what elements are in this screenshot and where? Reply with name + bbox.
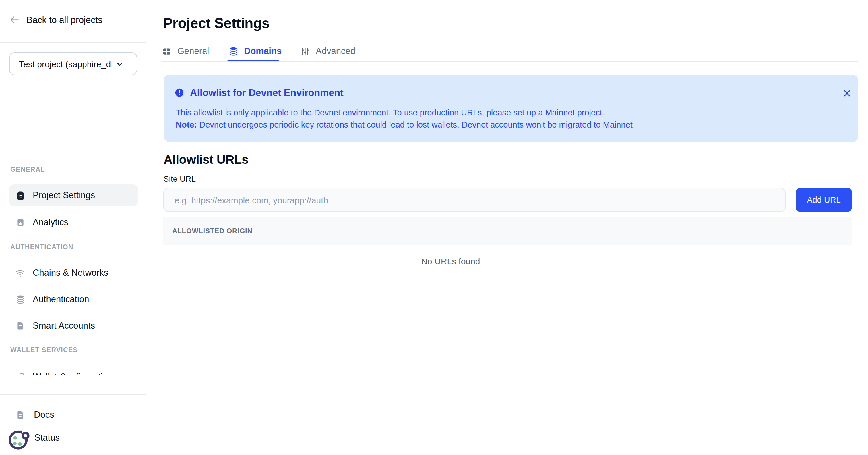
- sidebar-item-label: Wallet Configuration: [33, 372, 113, 375]
- sidebar: Back to all projects Test project (sapph…: [0, 0, 146, 455]
- sidebar-item-chains-networks[interactable]: Chains & Networks: [9, 262, 138, 284]
- banner-text-line2: Note: Devnet undergoes periodic key rota…: [176, 120, 632, 129]
- allowlisted-origin-column-header: ALLOWLISTED ORIGIN: [172, 227, 253, 235]
- active-tab-underline: [227, 60, 279, 61]
- site-url-label: Site URL: [164, 174, 196, 183]
- bar-chart-icon: [15, 217, 25, 227]
- grid-icon: [162, 46, 172, 56]
- sidebar-item-label: Authentication: [33, 294, 89, 305]
- back-link[interactable]: Back to all projects: [9, 15, 102, 25]
- chevron-down-icon: [115, 59, 124, 68]
- tab-label: General: [177, 46, 209, 56]
- allowlist-urls-heading: Allowlist URLs: [164, 153, 248, 167]
- section-label-general: GENERAL: [10, 166, 45, 173]
- gear-wallet-icon: [15, 372, 25, 375]
- add-url-button[interactable]: Add URL: [796, 188, 852, 212]
- site-url-input[interactable]: [163, 188, 786, 212]
- sidebar-footer-divider: [0, 394, 146, 395]
- tab-domains[interactable]: Domains: [228, 46, 282, 56]
- tab-label: Domains: [244, 46, 282, 56]
- banner-note-label: Note:: [176, 120, 197, 129]
- banner-text-line1: This allowlist is only applicable to the…: [176, 108, 604, 117]
- back-link-label: Back to all projects: [26, 15, 102, 25]
- sidebar-item-docs[interactable]: Docs: [9, 404, 138, 426]
- sidebar-item-label: Status: [34, 433, 60, 443]
- sidebar-item-label: Docs: [34, 409, 54, 420]
- arrow-left-icon: [9, 15, 20, 25]
- sidebar-item-smart-accounts[interactable]: Smart Accounts: [9, 315, 138, 337]
- close-icon[interactable]: [843, 89, 851, 98]
- sidebar-item-label: Smart Accounts: [33, 320, 95, 331]
- sidebar-item-wallet-configuration[interactable]: Wallet Configuration: [9, 366, 138, 375]
- database-icon: [228, 46, 238, 56]
- tab-advanced[interactable]: Advanced: [300, 46, 355, 56]
- tab-general[interactable]: General: [162, 46, 209, 56]
- sidebar-item-label: Analytics: [33, 217, 68, 227]
- document-icon: [15, 409, 25, 420]
- banner-title: Allowlist for Devnet Environment: [190, 87, 344, 99]
- sidebar-item-label: Chains & Networks: [33, 268, 108, 278]
- clipboard-icon: [15, 190, 25, 200]
- empty-state-message: No URLs found: [163, 256, 738, 266]
- sidebar-divider: [0, 42, 146, 42]
- section-label-authentication: AUTHENTICATION: [10, 244, 73, 251]
- database-icon: [15, 294, 25, 305]
- sidebar-nav: GENERAL Project Settings Analytics AUTHE…: [0, 80, 146, 375]
- sliders-icon: [300, 46, 310, 56]
- alert-circle-icon: [175, 88, 184, 100]
- sidebar-item-authentication[interactable]: Authentication: [9, 288, 138, 310]
- sidebar-item-label: Project Settings: [33, 190, 95, 200]
- sidebar-item-project-settings[interactable]: Project Settings: [9, 184, 138, 206]
- project-selector-value: Test project (sapphire_d: [19, 59, 112, 69]
- project-selector[interactable]: Test project (sapphire_d: [9, 52, 137, 75]
- app-window: Back to all projects Test project (sapph…: [0, 0, 868, 455]
- section-label-wallet-services: WALLET SERVICES: [10, 346, 78, 353]
- banner-note-text: Devnet undergoes periodic key rotations …: [197, 120, 632, 129]
- allowlist-table-header: ALLOWLISTED ORIGIN: [163, 217, 852, 245]
- wifi-icon: [15, 268, 25, 278]
- tab-label: Advanced: [316, 46, 355, 56]
- cookie-icon[interactable]: [7, 427, 31, 452]
- document-icon: [15, 320, 25, 331]
- sidebar-item-analytics[interactable]: Analytics: [9, 211, 138, 233]
- devnet-allowlist-banner: Allowlist for Devnet Environment This al…: [164, 75, 858, 142]
- page-title: Project Settings: [163, 15, 270, 32]
